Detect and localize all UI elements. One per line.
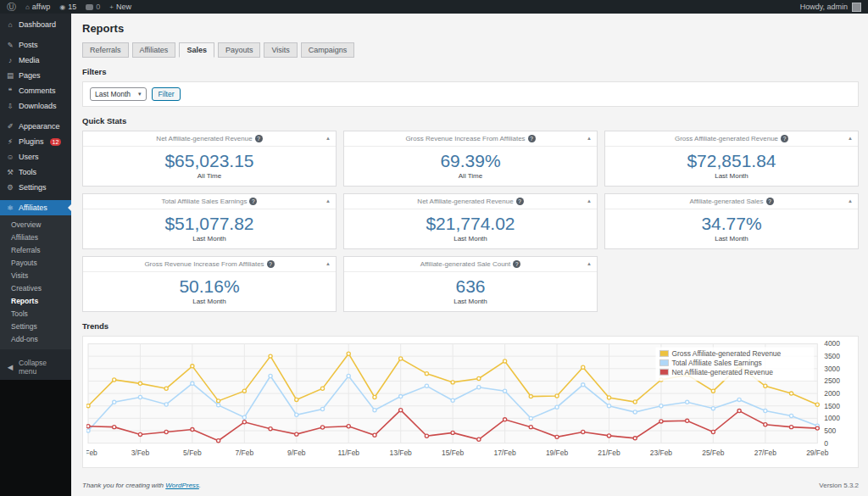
wordpress-logo-menu[interactable]: Ⓤ [7,3,16,12]
howdy-admin-menu[interactable]: Howdy, admin [800,3,848,11]
svg-text:15/Feb: 15/Feb [442,449,465,457]
help-icon[interactable]: ? [249,198,257,205]
chevron-down-icon: ▾ [138,91,142,98]
svg-text:3500: 3500 [824,353,840,361]
svg-text:2000: 2000 [824,389,840,398]
stat-period: Last Month [605,172,858,180]
affiliates-network-icon: ⚛ [6,203,14,212]
site-name-label: affwp [32,3,50,11]
svg-text:1000: 1000 [824,415,840,423]
stat-value: 50.16% [83,276,336,297]
tab-campaigns[interactable]: Campaigns [301,42,355,58]
stat-card-title: Gross Affiliate-generated Revenue [675,135,778,142]
tab-payouts[interactable]: Payouts [218,42,261,58]
stat-value: 69.39% [344,151,597,171]
collapse-caret-icon[interactable]: ▲ [326,198,331,203]
stat-value: 34.77% [605,214,858,234]
submenu-item-referrals[interactable]: Referrals [0,243,71,256]
collapse-caret-icon[interactable]: ▲ [326,261,331,266]
stat-value: 636 [344,276,597,297]
sidebar-item-settings[interactable]: ⚙Settings [0,180,71,195]
period-select[interactable]: Last Month ▾ [90,87,147,101]
help-icon[interactable]: ? [255,135,263,142]
svg-text:29/Feb: 29/Feb [806,449,829,457]
sidebar-item-users[interactable]: ☺Users [0,149,71,164]
submenu-item-visits[interactable]: Visits [0,269,71,281]
brush-icon: ✐ [6,122,14,131]
stat-period: Last Month [344,298,597,305]
sidebar-item-dashboard[interactable]: ⌂Dashboard [0,17,71,32]
submenu-item-settings[interactable]: Settings [0,320,71,332]
sidebar-item-appearance[interactable]: ✐Appearance [0,119,71,134]
collapse-caret-icon[interactable]: ▲ [587,136,592,141]
collapse-caret-icon[interactable]: ▲ [326,136,331,141]
comments-menu[interactable]: 0 [86,3,100,11]
stat-period: All Time [83,172,336,180]
sidebar-item-plugins[interactable]: ⚡Plugins12 [0,134,71,149]
stat-period: Last Month [83,298,336,305]
stat-card-title: Affiliate-generated Sales [689,198,763,205]
collapse-caret-icon[interactable]: ▲ [587,198,592,203]
sidebar-item-affiliates[interactable]: ⚛Affiliates [0,200,71,215]
submenu-item-overview[interactable]: Overview [0,218,71,231]
stat-card-title: Net Affiliate-generated Revenue [156,135,252,142]
sidebar-item-label: Settings [19,183,47,192]
submenu-item-creatives[interactable]: Creatives [0,281,71,294]
filter-button[interactable]: Filter [152,87,181,101]
submenu-item-affiliates[interactable]: Affiliates [0,231,71,243]
svg-text:Net Affiliate-generated Revenu: Net Affiliate-generated Revenue [671,368,773,376]
admin-sidebar: ⌂Dashboard ✎Posts ♪Media ▤Pages ❝Comment… [0,14,71,496]
updates-menu[interactable]: ◉15 [59,3,76,11]
eye-icon: ◉ [59,3,65,11]
svg-text:21/Feb: 21/Feb [598,449,620,457]
sidebar-item-downloads[interactable]: ⇩Downloads [0,98,71,114]
trends-line-chart: 050010001500200025003000350040001/Feb3/F… [86,340,854,467]
new-content-menu[interactable]: +New [109,3,131,11]
stat-card: Net Affiliate-generated Revenue?▲ $21,77… [343,193,598,249]
submenu-item-reports[interactable]: Reports [0,294,71,307]
filters-panel: Last Month ▾ Filter [82,81,859,107]
stat-card-title: Gross Revenue Increase From Affiliates [144,260,264,268]
submenu-item-tools[interactable]: Tools [0,307,71,320]
svg-text:9/Feb: 9/Feb [287,449,306,457]
avatar[interactable] [852,3,861,12]
tab-referrals[interactable]: Referrals [82,42,129,58]
help-icon[interactable]: ? [781,135,788,142]
stat-card-title: Total Affiliate Sales Earnings [162,198,248,205]
help-icon[interactable]: ? [513,260,520,268]
collapse-caret-icon[interactable]: ▲ [848,198,853,203]
admin-menu: ⌂Dashboard ✎Posts ♪Media ▤Pages ❝Comment… [0,17,71,215]
sidebar-item-comments[interactable]: ❝Comments [0,83,71,98]
help-icon[interactable]: ? [528,135,536,142]
report-tabs: Referrals Affiliates Sales Payouts Visit… [82,42,859,58]
collapse-caret-icon[interactable]: ▲ [587,261,592,266]
tab-visits[interactable]: Visits [264,42,297,58]
site-name-menu[interactable]: ⌂affwp [25,3,50,11]
help-icon[interactable]: ? [766,198,774,205]
wordpress-link[interactable]: WordPress [165,482,199,489]
plugin-icon: ⚡ [6,137,14,146]
sidebar-item-posts[interactable]: ✎Posts [0,37,71,53]
sidebar-item-pages[interactable]: ▤Pages [0,68,71,83]
help-icon[interactable]: ? [267,260,275,268]
comment-bubble-icon [86,4,93,10]
stat-value: $72,851.84 [605,151,858,171]
comments-icon: ❝ [6,86,14,95]
svg-text:4000: 4000 [824,340,840,348]
help-icon[interactable]: ? [516,198,524,205]
sidebar-item-tools[interactable]: ⚒Tools [0,164,71,180]
collapse-menu-button[interactable]: ◀Collapse menu [0,354,71,380]
submenu-item-payouts[interactable]: Payouts [0,256,71,269]
stat-card: Affiliate-generated Sales?▲ 34.77%Last M… [604,193,859,249]
stat-card: Total Affiliate Sales Earnings?▲ $51,077… [82,193,337,249]
svg-text:3/Feb: 3/Feb [131,449,150,457]
submenu-item-addons[interactable]: Add-ons [0,332,71,345]
tab-sales[interactable]: Sales [179,42,214,58]
sidebar-item-label: Users [19,153,39,161]
sidebar-item-media[interactable]: ♪Media [0,53,71,68]
svg-text:19/Feb: 19/Feb [546,449,569,457]
stat-card-title: Gross Revenue Increase From Affiliates [405,135,525,142]
dashboard-icon: ⌂ [6,20,14,29]
collapse-caret-icon[interactable]: ▲ [848,136,853,141]
tab-affiliates[interactable]: Affiliates [132,42,176,58]
